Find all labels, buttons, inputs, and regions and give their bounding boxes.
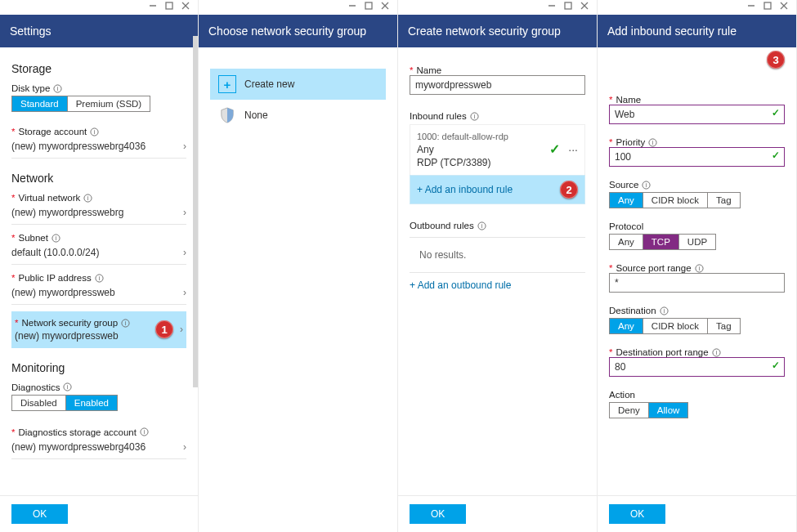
info-icon[interactable]: i: [712, 348, 721, 357]
svg-text:i: i: [646, 181, 647, 189]
action-allow[interactable]: Allow: [649, 403, 687, 418]
destination-any[interactable]: Any: [610, 319, 643, 333]
disk-type-label: Disk typei: [11, 83, 186, 93]
diagnostics-label: Diagnosticsi: [11, 382, 186, 392]
callout-badge-1: 1: [155, 320, 173, 338]
maximize-icon[interactable]: [365, 2, 373, 11]
divider: [410, 237, 585, 238]
info-icon[interactable]: i: [642, 181, 651, 190]
source-cidr[interactable]: CIDR block: [643, 193, 708, 208]
nsg-name-label: *Name: [410, 65, 585, 75]
create-body: *Name Inbound rulesi 1000: default-allow…: [398, 47, 597, 495]
maximize-icon[interactable]: [564, 2, 572, 11]
destination-port-input[interactable]: [609, 357, 785, 377]
diagnostics-disabled[interactable]: Disabled: [12, 396, 66, 410]
protocol-toggle[interactable]: Any TCP UDP: [609, 234, 716, 250]
info-icon[interactable]: i: [121, 319, 130, 328]
info-icon[interactable]: i: [63, 382, 72, 391]
info-icon[interactable]: i: [83, 194, 92, 203]
scrollbar[interactable]: [193, 36, 198, 387]
destination-port-label: *Destination port rangei: [609, 347, 785, 357]
maximize-icon[interactable]: [763, 2, 772, 11]
chevron-right-icon: ›: [180, 324, 183, 335]
protocol-tcp[interactable]: TCP: [643, 235, 679, 249]
svg-rect-21: [365, 2, 372, 9]
source-any[interactable]: Any: [610, 193, 643, 208]
info-icon[interactable]: i: [695, 264, 704, 273]
ok-button[interactable]: OK: [410, 504, 466, 524]
ok-button[interactable]: OK: [609, 504, 665, 524]
svg-text:i: i: [56, 235, 57, 242]
pip-row[interactable]: (new) mywordpressweb›: [11, 283, 186, 305]
vnet-label: *Virtual networki: [11, 193, 186, 203]
diag-storage-label: *Diagnostics storage accounti: [11, 427, 186, 437]
maximize-icon[interactable]: [165, 2, 173, 11]
action-deny[interactable]: Deny: [610, 403, 649, 418]
ok-button[interactable]: OK: [11, 504, 68, 524]
add-outbound-rule[interactable]: + Add an outbound rule: [410, 279, 585, 291]
none-option[interactable]: None: [210, 100, 386, 131]
close-icon[interactable]: [181, 2, 190, 11]
action-toggle[interactable]: Deny Allow: [609, 402, 688, 418]
priority-label: *Priorityi: [609, 137, 785, 147]
minimize-icon[interactable]: [548, 2, 556, 11]
info-icon[interactable]: i: [660, 306, 669, 315]
minimize-icon[interactable]: [348, 2, 356, 11]
svg-text:i: i: [698, 265, 700, 272]
source-tag[interactable]: Tag: [708, 193, 740, 208]
close-icon[interactable]: [580, 2, 589, 11]
info-icon[interactable]: i: [140, 427, 149, 436]
destination-tag[interactable]: Tag: [708, 319, 740, 333]
inbound-rules-label: Inbound rulesi: [410, 111, 585, 121]
storage-account-row[interactable]: (new) mywordpresswebrg4036 ›: [11, 136, 186, 159]
svg-text:i: i: [473, 113, 475, 120]
window-controls: [149, 2, 190, 11]
disk-type-toggle[interactable]: Standard Premium (SSD): [11, 96, 150, 112]
destination-toggle[interactable]: Any CIDR block Tag: [609, 318, 741, 334]
info-icon[interactable]: i: [477, 221, 486, 230]
info-icon[interactable]: i: [53, 84, 62, 93]
info-icon[interactable]: i: [470, 112, 479, 121]
svg-text:i: i: [715, 349, 717, 356]
add-inbound-rule[interactable]: + Add an inbound rule 2: [410, 175, 585, 204]
window-controls: [348, 2, 389, 11]
disk-type-standard[interactable]: Standard: [12, 96, 68, 111]
settings-body: Storage Disk typei Standard Premium (SSD…: [0, 47, 198, 495]
create-new-option[interactable]: + Create new: [210, 69, 386, 100]
inbound-rule-card[interactable]: 1000: default-allow-rdp Any ✓ ··· RDP (T…: [410, 124, 585, 175]
diag-storage-row[interactable]: (new) mywordpresswebrg4036›: [11, 437, 186, 459]
info-icon[interactable]: i: [648, 138, 657, 147]
priority-input[interactable]: [609, 147, 785, 167]
info-icon[interactable]: i: [90, 127, 99, 136]
protocol-label: Protocol: [609, 221, 785, 231]
vnet-row[interactable]: (new) mywordpresswebrg›: [11, 203, 186, 225]
rule-name-label: *Name: [609, 95, 785, 105]
source-port-input[interactable]: [609, 273, 785, 293]
rule-name-input[interactable]: [609, 105, 785, 124]
nsg-row[interactable]: *Network security groupi (new) mywordpre…: [11, 311, 186, 348]
protocol-any[interactable]: Any: [610, 235, 643, 249]
info-icon[interactable]: i: [95, 274, 104, 283]
protocol-udp[interactable]: UDP: [679, 235, 715, 249]
nsg-name-input[interactable]: [410, 75, 585, 95]
subnet-row[interactable]: default (10.0.0.0/24)›: [11, 243, 186, 265]
minimize-icon[interactable]: [149, 2, 157, 11]
svg-text:i: i: [663, 307, 665, 315]
blade-title: Add inbound security rule: [598, 15, 796, 47]
network-header: Network: [11, 172, 186, 185]
source-label: Sourcei: [609, 180, 785, 190]
svg-rect-25: [565, 2, 571, 9]
info-icon[interactable]: i: [51, 234, 60, 243]
source-toggle[interactable]: Any CIDR block Tag: [609, 192, 741, 208]
diagnostics-toggle[interactable]: Disabled Enabled: [11, 395, 118, 411]
diagnostics-enabled[interactable]: Enabled: [66, 396, 117, 410]
window-controls: [548, 2, 589, 11]
destination-cidr[interactable]: CIDR block: [643, 319, 708, 333]
close-icon[interactable]: [381, 2, 389, 11]
no-results: No results.: [410, 244, 585, 266]
minimize-icon[interactable]: [747, 2, 755, 11]
callout-badge-2: 2: [560, 181, 578, 199]
more-icon[interactable]: ···: [568, 143, 578, 156]
disk-type-premium[interactable]: Premium (SSD): [68, 96, 150, 111]
close-icon[interactable]: [780, 2, 788, 11]
